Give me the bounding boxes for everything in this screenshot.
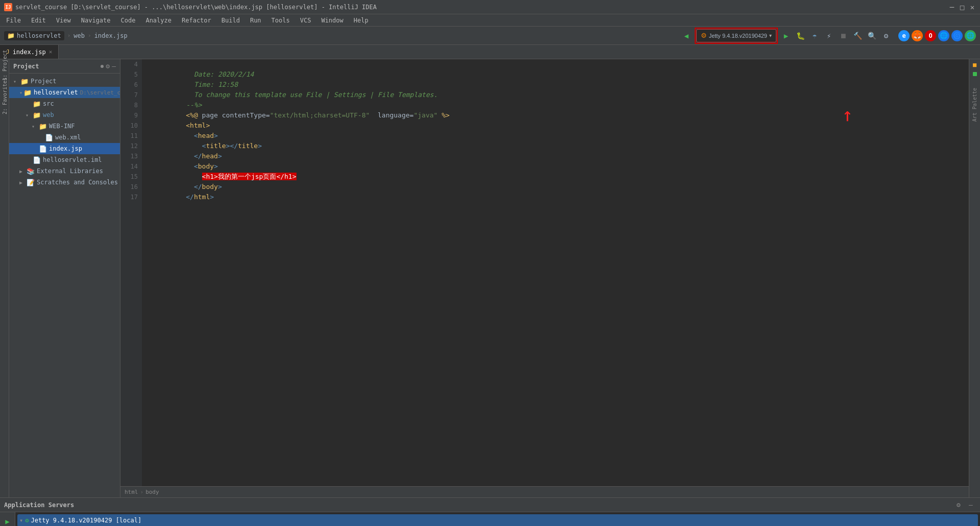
menu-file[interactable]: File: [2, 16, 25, 25]
tree-icon-src: 📁: [33, 100, 41, 108]
breadcrumb-indexjsp[interactable]: index.jsp: [94, 32, 128, 39]
bottom-panel-settings[interactable]: ⚙: [953, 500, 964, 510]
tree-item-scratches[interactable]: ▶ 📝 Scratches and Consoles: [9, 177, 120, 188]
close-button[interactable]: ✕: [969, 4, 976, 11]
menu-help[interactable]: Help: [350, 16, 373, 25]
tab-indexjsp[interactable]: J index.jsp ✕: [0, 45, 59, 59]
run-config-highlight: ⚙ Jetty 9.4.18.v20190429 ▾: [695, 28, 778, 44]
window-controls[interactable]: ─ □ ✕: [948, 4, 976, 11]
tree-item-webxml[interactable]: 📄 web.xml: [9, 132, 120, 143]
title-bar: IJ servlet_course [D:\servlet_course] - …: [0, 0, 980, 14]
code-editor[interactable]: 4 5 6 7 8 9 10 11 12 13 14 15 16 17 Date…: [120, 59, 969, 486]
project-panel-collapse[interactable]: —: [112, 62, 116, 70]
tree-item-webinf[interactable]: ▾ 📁 WEB-INF: [9, 121, 120, 132]
settings-button[interactable]: ⚙: [880, 30, 892, 42]
menu-build[interactable]: Build: [217, 16, 244, 25]
server-run-button[interactable]: ▶: [3, 516, 13, 526]
tab-close-button[interactable]: ✕: [49, 49, 53, 55]
line-num-10: 10: [122, 121, 138, 131]
code-line-17: [146, 192, 965, 202]
tree-item-helloservlet[interactable]: ▾ 📁 helloservlet D:\servlet_cours: [9, 87, 120, 98]
back-button[interactable]: ◀: [680, 30, 693, 42]
code-line-14: <h1>我的第一个jsp页面</h1>: [146, 161, 965, 172]
menu-refactor[interactable]: Refactor: [178, 16, 215, 25]
code-line-12: </head>: [146, 141, 965, 151]
line-num-5: 5: [122, 69, 138, 80]
menu-vcs[interactable]: VCS: [296, 16, 315, 25]
menu-bar: File Edit View Navigate Code Analyze Ref…: [0, 14, 980, 27]
line-num-6: 6: [122, 80, 138, 90]
debug-button[interactable]: 🐛: [794, 30, 806, 42]
run-button[interactable]: ▶: [780, 30, 792, 42]
project-settings-dot: [101, 65, 104, 68]
line-numbers: 4 5 6 7 8 9 10 11 12 13 14 15 16 17: [120, 59, 142, 486]
project-panel-settings[interactable]: ⚙: [106, 62, 110, 70]
chrome2-icon[interactable]: 🌐: [965, 30, 976, 41]
build-button[interactable]: 🔨: [851, 30, 864, 42]
code-line-13: <body>: [146, 151, 965, 161]
tree-icon-helloservlet: 📁: [23, 89, 32, 97]
tree-label-src: src: [43, 100, 54, 107]
tree-arrow-helloservlet: ▾: [19, 90, 22, 95]
coverage-button[interactable]: ☂: [808, 30, 821, 42]
menu-run[interactable]: Run: [246, 16, 265, 25]
tree-arrow-extlibs: ▶: [19, 169, 26, 174]
project-panel-title: Project: [13, 63, 96, 70]
tree-label-iml: helloservlet.iml: [43, 156, 102, 163]
jetty-icon: ⚙: [701, 32, 707, 39]
line-num-11: 11: [122, 131, 138, 141]
ie-icon[interactable]: e: [898, 30, 910, 41]
toolbar-right: ◀ ⚙ Jetty 9.4.18.v20190429 ▾ ▶ 🐛 ☂ ⚡ ⏹ 🔨…: [680, 28, 976, 44]
tree-label-project: Project: [31, 78, 57, 85]
chrome-icon[interactable]: 🌐: [938, 30, 949, 41]
toolbar: 📁 helloservlet › web › index.jsp ◀ ⚙ Jet…: [0, 27, 980, 45]
bottom-panel: Application Servers ⚙ — ▶ ↻ 🐛 ⏹ ▾ ⚙ Jett…: [0, 497, 980, 526]
tree-suffix-helloservlet: D:\servlet_cours: [80, 89, 120, 96]
tree-item-web[interactable]: ▾ 📁 web: [9, 109, 120, 121]
edge-icon[interactable]: 🌀: [951, 30, 963, 41]
tree-icon-scratches: 📝: [27, 179, 35, 186]
code-content[interactable]: Date: 2020/2/14 Time: 12:58 To change th…: [142, 59, 969, 486]
code-analysis-indicator: [973, 72, 977, 76]
line-num-9: 9: [122, 110, 138, 121]
tree-item-project[interactable]: ▾ 📁 Project: [9, 76, 120, 87]
run-config-label: Jetty 9.4.18.v20190429: [709, 33, 767, 39]
tree-item-iml[interactable]: 📄 helloservlet.iml: [9, 154, 120, 165]
line-num-4: 4: [122, 59, 138, 69]
menu-analyze[interactable]: Analyze: [141, 16, 176, 25]
opera-icon[interactable]: O: [925, 30, 936, 41]
tree-item-src[interactable]: 📁 src: [9, 98, 120, 109]
firefox-icon[interactable]: 🦊: [912, 30, 923, 41]
browser-icons-group: e 🦊 O 🌐 🌀 🌐: [898, 30, 976, 41]
menu-view[interactable]: View: [52, 16, 75, 25]
menu-navigate[interactable]: Navigate: [77, 16, 115, 25]
tree-item-indexjsp[interactable]: 📄 index.jsp: [9, 143, 120, 154]
profile-button[interactable]: ⚡: [823, 30, 835, 42]
breadcrumb-html: html: [125, 489, 138, 495]
tree-item-extlibs[interactable]: ▶ 📚 External Libraries: [9, 165, 120, 177]
stop-button[interactable]: ⏹: [837, 30, 849, 42]
project-tool-button[interactable]: 1: Project: [1, 61, 9, 69]
menu-code[interactable]: Code: [117, 16, 140, 25]
tree-label-web: web: [43, 111, 54, 118]
bookmark-icon[interactable]: ■: [973, 61, 976, 68]
bottom-panel-minimize[interactable]: —: [966, 500, 976, 510]
maximize-button[interactable]: □: [959, 4, 966, 11]
tree-icon-indexjsp: 📄: [39, 145, 47, 153]
run-config-dropdown-arrow: ▾: [769, 33, 772, 38]
menu-window[interactable]: Window: [317, 16, 347, 25]
main-layout: 1: Project 2: Favorites Project ⚙ — ▾ 📁 …: [0, 59, 980, 497]
run-config-selector[interactable]: ⚙ Jetty 9.4.18.v20190429 ▾: [696, 29, 776, 42]
line-num-16: 16: [122, 182, 138, 192]
favorites-tool-button[interactable]: 2: Favorites: [1, 92, 9, 100]
search-button[interactable]: 🔍: [866, 30, 878, 42]
breadcrumb-web[interactable]: web: [74, 32, 85, 39]
project-breadcrumb[interactable]: 📁 helloservlet: [4, 31, 64, 40]
right-tab-structure[interactable]: Art Palette: [972, 88, 977, 123]
server-item-jetty[interactable]: ▾ ⚙ Jetty 9.4.18.v20190429 [local]: [17, 514, 978, 526]
menu-edit[interactable]: Edit: [27, 16, 50, 25]
minimize-button[interactable]: ─: [948, 4, 955, 11]
code-line-11: <title></title>: [146, 131, 965, 141]
menu-tools[interactable]: Tools: [267, 16, 294, 25]
tree-arrow-scratches: ▶: [19, 180, 26, 185]
